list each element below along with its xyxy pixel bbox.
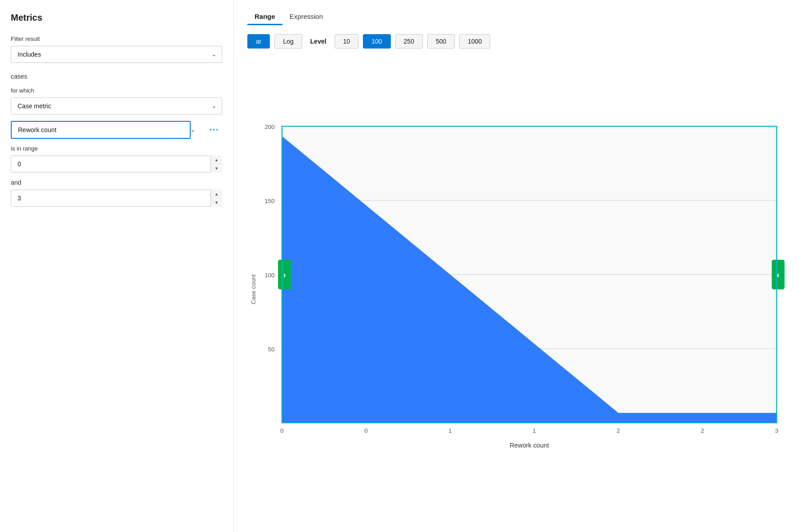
y-tick-50: 50 (268, 346, 275, 353)
btn-ar[interactable]: ar (247, 34, 270, 49)
panel-title: Metrics (11, 13, 223, 23)
range-min-down-button[interactable]: ▼ (211, 164, 222, 173)
y-tick-150: 150 (264, 198, 274, 204)
cases-text: cases (11, 73, 223, 80)
metric-select-wrapper: Rework count ⌄ (11, 121, 201, 139)
left-panel: Metrics Filter result Includes ⌄ cases f… (0, 0, 234, 532)
metric-select[interactable]: Rework count (11, 121, 191, 139)
range-max-down-button[interactable]: ▼ (211, 198, 222, 207)
y-tick-100: 100 (264, 272, 274, 279)
is-in-range-label: is in range (11, 145, 223, 152)
right-panel: Range Expression ar Log Level 10 100 250… (234, 0, 805, 532)
x-tick-1a: 1 (448, 427, 452, 434)
metric-chevron-icon: ⌄ (191, 127, 195, 133)
btn-log[interactable]: Log (274, 34, 302, 49)
tabs: Range Expression (247, 9, 792, 25)
y-tick-200: 200 (264, 124, 274, 130)
range-max-up-button[interactable]: ▲ (211, 190, 222, 198)
metric-ellipsis-button[interactable]: ··· (206, 124, 223, 137)
level-btn-250[interactable]: 250 (395, 34, 423, 49)
filter-result-select[interactable]: Includes (11, 46, 222, 63)
level-btn-1000[interactable]: 1000 (459, 34, 490, 49)
range-min-up-button[interactable]: ▲ (211, 155, 222, 164)
level-btn-500[interactable]: 500 (427, 34, 455, 49)
filter-result-label: Filter result (11, 35, 223, 42)
left-handle-arrow: › (283, 270, 286, 279)
range-max-spin-buttons: ▲ ▼ (210, 190, 222, 207)
level-btn-10[interactable]: 10 (335, 34, 359, 49)
case-metric-select[interactable]: Case metric (11, 98, 222, 115)
x-tick-0b: 0 (364, 427, 367, 434)
x-axis-label: Rework count (510, 442, 549, 449)
case-metric-select-wrapper: Case metric ⌄ (11, 98, 223, 115)
range-max-spinbox-wrapper: ▲ ▼ (11, 190, 222, 207)
range-min-input[interactable] (11, 155, 222, 173)
x-tick-2a: 2 (617, 427, 620, 434)
and-label: and (11, 179, 223, 186)
chart-svg: 200 150 100 50 Case count 0 0 1 1 2 2 3 … (247, 56, 792, 523)
chart-container: 200 150 100 50 Case count 0 0 1 1 2 2 3 … (247, 56, 792, 523)
for-which-label: for which (11, 87, 223, 94)
y-axis-label: Case count (250, 274, 257, 304)
toolbar: ar Log Level 10 100 250 500 1000 (247, 34, 792, 49)
tab-range[interactable]: Range (247, 9, 282, 25)
tab-expression[interactable]: Expression (282, 9, 330, 25)
metric-row: Rework count ⌄ ··· (11, 121, 223, 139)
range-min-spinbox-wrapper: ▲ ▼ (11, 155, 222, 173)
x-tick-3: 3 (775, 427, 778, 434)
level-btn-100[interactable]: 100 (363, 34, 390, 49)
filter-result-select-wrapper: Includes ⌄ (11, 46, 223, 63)
x-tick-1b: 1 (532, 427, 536, 434)
level-label: Level (310, 38, 326, 45)
range-min-spin-buttons: ▲ ▼ (210, 155, 222, 173)
range-max-input[interactable] (11, 190, 222, 207)
x-tick-2b: 2 (701, 427, 704, 434)
x-tick-0a: 0 (280, 427, 283, 434)
